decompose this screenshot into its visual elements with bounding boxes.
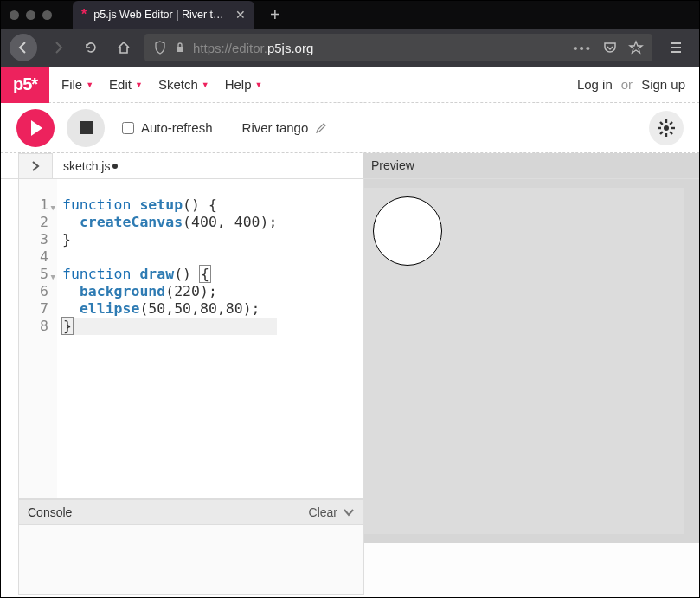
p5-app: p5* File▼ Edit▼ Sketch▼ Help▼ Log in or … bbox=[1, 67, 699, 595]
svg-line-6 bbox=[660, 122, 663, 125]
console-body[interactable] bbox=[18, 525, 364, 595]
lock-icon bbox=[174, 42, 186, 54]
workspace: 1▼2345▼678 function setup() { createCanv… bbox=[1, 179, 699, 595]
editor-column: 1▼2345▼678 function setup() { createCanv… bbox=[1, 179, 364, 595]
gear-icon bbox=[657, 119, 676, 138]
traffic-close[interactable] bbox=[10, 10, 19, 20]
menu-help[interactable]: Help▼ bbox=[225, 77, 263, 92]
browser-titlebar: * p5.js Web Editor | River tango ✕ + bbox=[1, 1, 699, 29]
menu-file[interactable]: File▼ bbox=[61, 77, 93, 92]
traffic-zoom[interactable] bbox=[42, 10, 52, 20]
nav-back-button[interactable] bbox=[10, 34, 37, 61]
work-tabs: sketch.js Preview bbox=[1, 153, 699, 179]
tab-title: p5.js Web Editor | River tango bbox=[93, 9, 228, 21]
unsaved-indicator bbox=[112, 164, 118, 169]
p5-logo[interactable]: p5* bbox=[1, 67, 49, 103]
traffic-minimize[interactable] bbox=[26, 10, 35, 20]
console-label: Console bbox=[28, 505, 72, 519]
svg-rect-0 bbox=[177, 47, 183, 52]
url-text: https://editor.p5js.org bbox=[193, 41, 313, 55]
file-tab-name: sketch.js bbox=[63, 159, 110, 173]
code-area[interactable]: function setup() { createCanvas(400, 400… bbox=[57, 179, 282, 498]
sidebar-toggle[interactable] bbox=[18, 153, 53, 178]
preview-canvas bbox=[364, 188, 684, 534]
nav-forward-button[interactable] bbox=[46, 35, 70, 60]
play-button[interactable] bbox=[16, 109, 55, 147]
auto-refresh-checkbox[interactable] bbox=[122, 122, 134, 134]
settings-button[interactable] bbox=[649, 111, 684, 145]
auto-refresh-toggle[interactable]: Auto-refresh bbox=[122, 120, 213, 135]
chevron-down-icon bbox=[343, 506, 355, 518]
code-editor[interactable]: 1▼2345▼678 function setup() { createCanv… bbox=[18, 179, 364, 499]
star-icon[interactable] bbox=[628, 40, 644, 55]
console-clear-button[interactable]: Clear bbox=[309, 505, 355, 519]
svg-point-1 bbox=[664, 125, 669, 131]
auth-links: Log in or Sign up bbox=[577, 77, 685, 92]
play-icon bbox=[31, 120, 42, 136]
caret-down-icon: ▼ bbox=[135, 80, 143, 89]
browser-chrome: * p5.js Web Editor | River tango ✕ + htt… bbox=[1, 1, 699, 67]
nav-home-button[interactable] bbox=[112, 35, 136, 60]
auth-or: or bbox=[621, 77, 633, 92]
browser-navbar: https://editor.p5js.org ••• bbox=[1, 29, 699, 67]
caret-down-icon: ▼ bbox=[86, 80, 93, 89]
stop-icon bbox=[80, 121, 93, 134]
stop-button[interactable] bbox=[67, 109, 105, 147]
caret-down-icon: ▼ bbox=[202, 80, 209, 89]
pocket-icon[interactable] bbox=[602, 40, 618, 55]
preview-gutter bbox=[364, 543, 699, 595]
svg-line-7 bbox=[670, 132, 672, 134]
pencil-icon[interactable] bbox=[315, 122, 327, 134]
gutter: 1▼2345▼678 bbox=[19, 179, 57, 498]
app-menubar: p5* File▼ Edit▼ Sketch▼ Help▼ Log in or … bbox=[1, 67, 699, 103]
menu-list: File▼ Edit▼ Sketch▼ Help▼ bbox=[61, 77, 262, 92]
file-tab[interactable]: sketch.js bbox=[53, 153, 128, 178]
svg-line-9 bbox=[670, 122, 672, 125]
menu-edit[interactable]: Edit▼ bbox=[109, 77, 143, 92]
menu-sketch[interactable]: Sketch▼ bbox=[158, 77, 209, 92]
browser-tab[interactable]: * p5.js Web Editor | River tango ✕ bbox=[73, 1, 254, 29]
window-controls[interactable] bbox=[10, 10, 52, 20]
tab-close-icon[interactable]: ✕ bbox=[235, 8, 246, 22]
sketch-name[interactable]: River tango bbox=[242, 120, 328, 135]
url-bar[interactable]: https://editor.p5js.org ••• bbox=[144, 34, 652, 61]
meatball-icon[interactable]: ••• bbox=[573, 41, 592, 55]
ellipse-shape bbox=[373, 196, 442, 266]
shield-icon bbox=[153, 41, 167, 55]
app-toolbar: Auto-refresh River tango bbox=[1, 103, 699, 153]
browser-menu-button[interactable] bbox=[661, 33, 690, 62]
preview-label: Preview bbox=[363, 153, 699, 178]
tab-favicon: * bbox=[81, 7, 87, 23]
login-link[interactable]: Log in bbox=[577, 77, 613, 92]
svg-line-8 bbox=[660, 132, 663, 134]
signup-link[interactable]: Sign up bbox=[641, 77, 685, 92]
new-tab-button[interactable]: + bbox=[270, 5, 280, 25]
auto-refresh-label: Auto-refresh bbox=[141, 120, 213, 135]
console-header: Console Clear bbox=[18, 499, 364, 525]
nav-reload-button[interactable] bbox=[79, 35, 103, 60]
preview-column bbox=[364, 179, 699, 595]
chevron-right-icon bbox=[30, 161, 41, 171]
caret-down-icon: ▼ bbox=[255, 80, 263, 89]
